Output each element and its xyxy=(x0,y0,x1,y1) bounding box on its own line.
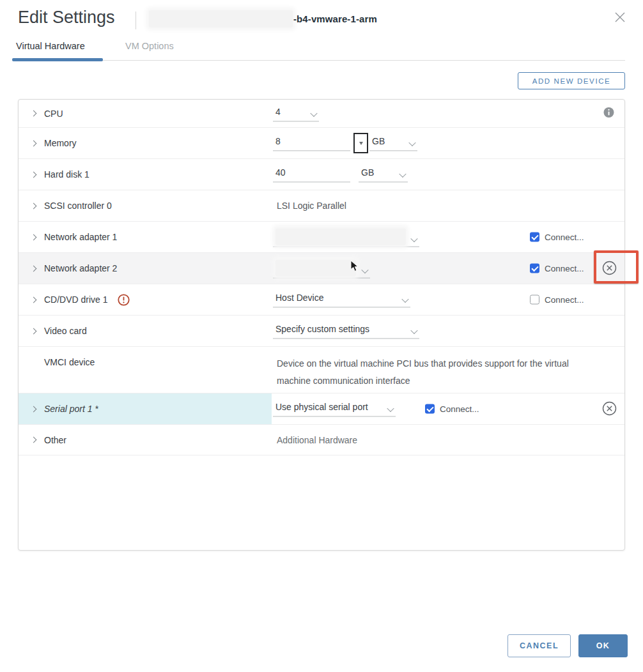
serial-remove-device-button[interactable] xyxy=(601,401,617,416)
virtual-hardware-table: CPU 4 Memory xyxy=(18,99,625,551)
other-value: Additional Hardware xyxy=(277,435,357,445)
memory-unit-select[interactable]: GB xyxy=(369,136,417,151)
net2-remove-device-button[interactable] xyxy=(601,261,617,276)
chevron-down-icon xyxy=(401,296,408,303)
mouse-cursor-icon xyxy=(350,260,359,275)
chevron-right-icon[interactable] xyxy=(31,406,37,412)
cddvd-connect-checkbox[interactable] xyxy=(530,295,539,305)
stepper-down-icon xyxy=(359,142,363,145)
serial-connect-group: Connect... xyxy=(425,404,479,414)
memory-size-input[interactable] xyxy=(273,136,350,151)
memory-label-cell[interactable]: Memory xyxy=(19,128,272,158)
vmci-label-cell: VMCI device xyxy=(19,347,272,393)
cddvd-source-value: Host Device xyxy=(275,293,323,303)
info-icon[interactable] xyxy=(603,107,614,120)
close-icon xyxy=(613,10,627,26)
chevron-down-icon xyxy=(408,139,415,146)
vmci-label: VMCI device xyxy=(44,357,95,367)
net1-connect-label: Connect... xyxy=(545,233,584,242)
video-label-cell[interactable]: Video card xyxy=(19,316,272,346)
chevron-right-icon[interactable] xyxy=(31,328,37,334)
chevron-right-icon[interactable] xyxy=(31,296,37,303)
cddvd-label-cell[interactable]: CD/DVD drive 1 xyxy=(19,284,272,315)
net2-label: Network adapter 2 xyxy=(44,263,117,273)
chevron-down-icon xyxy=(399,171,406,178)
row-other: Other Additional Hardware xyxy=(19,425,624,455)
chevron-right-icon[interactable] xyxy=(31,171,37,178)
other-value-cell: Additional Hardware xyxy=(272,425,624,455)
ok-button[interactable]: OK xyxy=(578,634,628,657)
net1-label: Network adapter 1 xyxy=(44,232,117,242)
chevron-down-icon xyxy=(410,235,417,242)
tab-virtual-hardware[interactable]: Virtual Hardware xyxy=(16,41,85,51)
row-scsi-controller-0: SCSI controller 0 LSI Logic Parallel xyxy=(19,190,624,222)
hard-disk-label: Hard disk 1 xyxy=(44,169,89,179)
cpu-value-cell: 4 xyxy=(272,100,624,127)
cpu-label-cell[interactable]: CPU xyxy=(19,100,272,127)
chevron-right-icon[interactable] xyxy=(31,111,37,117)
table-empty-area xyxy=(19,455,624,550)
hard-disk-value-cell: GB xyxy=(272,159,624,190)
row-vmci-device: VMCI device Device on the virtual machin… xyxy=(19,347,624,393)
cddvd-connect-group: Connect... xyxy=(530,295,584,305)
cancel-button[interactable]: CANCEL xyxy=(507,634,571,657)
serial-mode-select[interactable]: Use physical serial port xyxy=(273,402,396,416)
memory-value-cell: GB xyxy=(272,128,624,158)
chevron-down-icon xyxy=(410,327,417,334)
hard-disk-size-input[interactable] xyxy=(273,167,350,182)
vmci-description: Device on the virtual machine PCI bus th… xyxy=(277,355,600,390)
other-label: Other xyxy=(44,435,66,445)
tabs-divider xyxy=(18,60,625,61)
redacted-vm-name xyxy=(149,10,293,27)
vm-name-suffix: -b4-vmware-1-arm xyxy=(293,13,377,24)
chevron-right-icon[interactable] xyxy=(31,437,37,443)
chevron-right-icon[interactable] xyxy=(31,140,37,146)
serial-mode-value: Use physical serial port xyxy=(275,402,368,412)
close-button[interactable] xyxy=(611,9,629,27)
serial-connect-label: Connect... xyxy=(440,404,479,414)
chevron-down-icon xyxy=(310,109,317,116)
add-new-device-button[interactable]: ADD NEW DEVICE xyxy=(518,72,625,89)
cpu-count-value: 4 xyxy=(275,107,281,117)
cddvd-connect-label: Connect... xyxy=(545,295,584,305)
row-serial-port-1: Serial port 1 * Use physical serial port… xyxy=(19,393,624,425)
net2-connect-group: Connect... xyxy=(530,264,584,273)
vmci-value-cell: Device on the virtual machine PCI bus th… xyxy=(272,347,624,393)
row-cd-dvd-drive-1: CD/DVD drive 1 Host Device Connect... xyxy=(19,284,624,316)
cddvd-source-select[interactable]: Host Device xyxy=(273,293,410,307)
net1-connect-group: Connect... xyxy=(530,233,584,242)
scsi-label: SCSI controller 0 xyxy=(44,201,112,211)
memory-unit-stepper[interactable] xyxy=(353,133,368,153)
chevron-right-icon[interactable] xyxy=(31,234,37,240)
row-video-card: Video card Specify custom settings xyxy=(19,316,624,347)
video-label: Video card xyxy=(44,326,87,336)
net1-value-cell: Connect... xyxy=(272,222,624,252)
net1-label-cell[interactable]: Network adapter 1 xyxy=(19,222,272,252)
net2-value-cell: Connect... xyxy=(272,253,624,284)
row-hard-disk-1: Hard disk 1 GB xyxy=(19,159,624,190)
memory-unit-value: GB xyxy=(372,136,385,146)
remove-circle-icon xyxy=(602,408,617,418)
row-memory: Memory GB xyxy=(19,128,624,159)
memory-label: Memory xyxy=(44,138,77,148)
serial-label-cell[interactable]: Serial port 1 * xyxy=(19,393,272,424)
serial-value-cell: Use physical serial port Connect... xyxy=(272,393,624,424)
serial-connect-checkbox[interactable] xyxy=(425,404,435,414)
net2-connect-checkbox[interactable] xyxy=(530,264,539,273)
hard-disk-label-cell[interactable]: Hard disk 1 xyxy=(19,159,272,190)
dialog-title: Edit Settings xyxy=(18,8,115,27)
redacted-network-name xyxy=(275,260,356,277)
tab-vm-options[interactable]: VM Options xyxy=(125,41,174,51)
chevron-right-icon[interactable] xyxy=(31,265,37,271)
cpu-count-select[interactable]: 4 xyxy=(273,107,319,121)
net1-network-select[interactable] xyxy=(273,229,419,247)
scsi-label-cell[interactable]: SCSI controller 0 xyxy=(19,190,272,221)
hard-disk-unit-select[interactable]: GB xyxy=(359,167,408,182)
video-settings-select[interactable]: Specify custom settings xyxy=(273,324,419,339)
net2-label-cell[interactable]: Network adapter 2 xyxy=(19,253,272,284)
scsi-value: LSI Logic Parallel xyxy=(277,201,346,211)
chevron-down-icon xyxy=(361,266,368,273)
net1-connect-checkbox[interactable] xyxy=(530,233,539,242)
other-label-cell[interactable]: Other xyxy=(19,425,272,455)
chevron-right-icon[interactable] xyxy=(31,202,37,209)
